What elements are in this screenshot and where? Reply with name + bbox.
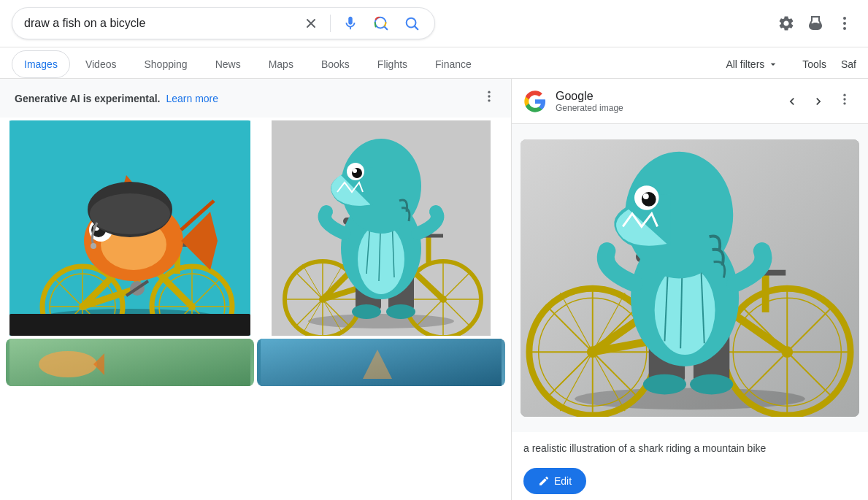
detail-shark-image[interactable]: [521, 139, 859, 417]
pencil-icon: [538, 475, 550, 487]
svg-point-90: [843, 98, 845, 100]
svg-point-42: [90, 193, 170, 234]
detail-header-nav: [780, 88, 856, 115]
svg-rect-44: [9, 314, 250, 336]
chevron-right-icon: [811, 94, 826, 109]
detail-card: Google Generated image: [512, 79, 868, 500]
tab-finance[interactable]: Finance: [423, 50, 484, 78]
image-cell-fish-bike[interactable]: [6, 120, 254, 336]
clear-button[interactable]: [301, 13, 321, 34]
svg-line-3: [415, 26, 418, 29]
left-panel: Generative AI is experimental. Learn mor…: [0, 79, 511, 500]
ai-banner-bold-text: Generative AI is experimental.: [15, 93, 160, 104]
tab-maps[interactable]: Maps: [256, 50, 306, 78]
ai-banner-more-button[interactable]: [482, 89, 496, 107]
svg-point-91: [843, 102, 845, 104]
mic-icon: [342, 15, 358, 31]
image-cell-bottom-right[interactable]: [257, 339, 505, 386]
google-g-logo: [523, 90, 547, 113]
svg-point-5: [843, 22, 846, 25]
detail-header: Google Generated image: [512, 79, 868, 124]
image-grid: [0, 118, 511, 389]
svg-point-89: [843, 94, 845, 96]
tools-button[interactable]: Tools: [794, 53, 835, 76]
dropdown-arrow-icon: [767, 58, 779, 70]
svg-point-43: [91, 243, 96, 249]
more-vert-icon: [836, 15, 853, 32]
tab-news[interactable]: News: [203, 50, 253, 78]
settings-button[interactable]: [775, 12, 798, 35]
search-button[interactable]: [401, 12, 423, 34]
edit-button-label: Edit: [554, 475, 572, 487]
svg-line-1: [385, 27, 387, 29]
tab-images[interactable]: Images: [12, 50, 70, 78]
svg-point-124: [690, 374, 733, 395]
svg-point-9: [488, 99, 490, 101]
detail-caption: a realistic illustration of a shark ridi…: [512, 432, 868, 465]
nav-tabs: Images Videos Shopping News Maps Books F…: [0, 47, 868, 79]
tab-books[interactable]: Books: [309, 50, 362, 78]
svg-point-133: [643, 193, 649, 199]
detail-source-title: Google: [556, 90, 772, 103]
detail-more-options-button[interactable]: [833, 88, 856, 115]
svg-point-82: [353, 169, 357, 173]
search-bar: draw a fish on a bicycle: [12, 7, 435, 39]
svg-point-7: [488, 91, 490, 93]
main-content: Generative AI is experimental. Learn mor…: [0, 79, 868, 500]
svg-point-73: [386, 304, 415, 319]
right-panel: Google Generated image: [511, 79, 868, 500]
clear-icon: [304, 16, 318, 31]
ai-banner: Generative AI is experimental. Learn mor…: [0, 79, 511, 118]
header-right-icons: [775, 12, 856, 35]
nav-right: All filters Tools Saf: [717, 53, 856, 76]
labs-button[interactable]: [804, 12, 827, 35]
image-cell-shark-bike[interactable]: [257, 120, 505, 336]
learn-more-link[interactable]: Learn more: [166, 93, 218, 104]
search-icon: [404, 15, 420, 31]
image-cell-bottom-left[interactable]: [6, 339, 254, 386]
lens-icon: [373, 15, 389, 31]
chevron-left-icon: [785, 94, 799, 109]
svg-point-126: [655, 266, 715, 355]
svg-point-132: [642, 192, 656, 207]
more-vert-small-icon: [482, 89, 496, 104]
edit-button[interactable]: Edit: [523, 468, 586, 494]
tab-videos[interactable]: Videos: [73, 50, 129, 78]
all-filters-label: All filters: [726, 58, 764, 70]
mic-button[interactable]: [339, 12, 361, 34]
svg-point-6: [843, 27, 846, 30]
safe-label: Saf: [841, 58, 856, 70]
svg-point-46: [308, 314, 454, 328]
search-input[interactable]: draw a fish on a bicycle: [24, 17, 293, 30]
search-icon-group: [301, 12, 423, 34]
svg-point-94: [575, 388, 805, 410]
svg-point-72: [352, 304, 381, 319]
next-image-button[interactable]: [807, 90, 830, 113]
tab-flights[interactable]: Flights: [365, 50, 420, 78]
svg-point-85: [39, 351, 97, 377]
lens-button[interactable]: [370, 12, 392, 34]
svg-point-8: [488, 95, 490, 97]
all-filters-button[interactable]: All filters: [717, 53, 788, 76]
detail-image-container: [512, 124, 868, 432]
svg-point-4: [843, 17, 846, 20]
detail-source-subtitle: Generated image: [556, 103, 772, 113]
svg-point-75: [358, 224, 404, 294]
prev-image-button[interactable]: [780, 90, 804, 113]
header: draw a fish on a bicycle: [0, 0, 868, 47]
settings-icon: [777, 15, 795, 32]
labs-icon: [807, 15, 824, 32]
search-divider: [330, 15, 331, 32]
more-vert-detail-icon: [837, 92, 852, 107]
svg-point-123: [643, 374, 686, 395]
detail-header-text: Google Generated image: [556, 90, 772, 113]
tab-shopping[interactable]: Shopping: [131, 50, 199, 78]
more-options-header-button[interactable]: [833, 12, 856, 35]
